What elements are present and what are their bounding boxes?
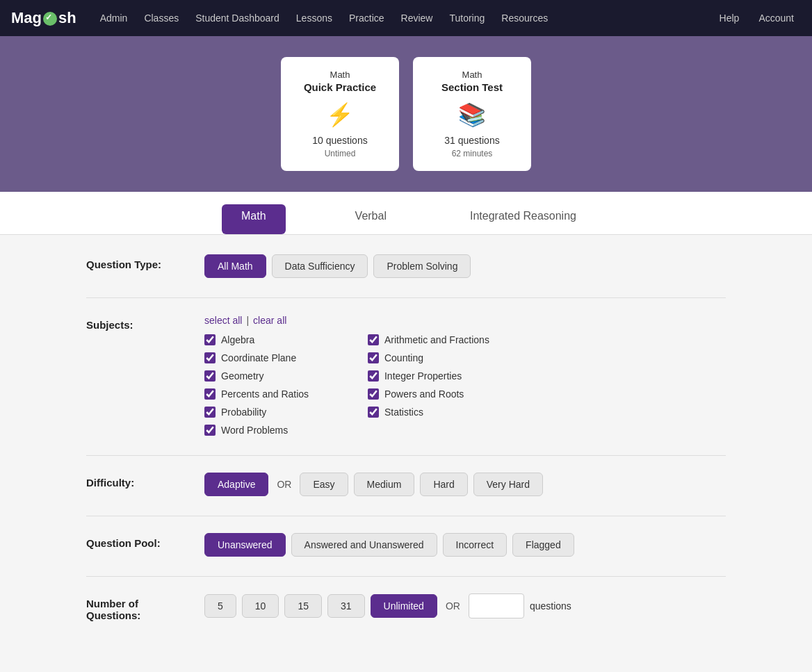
question-pool-controls: Unanswered Answered and Unanswered Incor… xyxy=(204,533,574,557)
label-geometry: Geometry xyxy=(221,370,263,382)
btn-answered-unanswered[interactable]: Answered and Unanswered xyxy=(291,533,437,557)
quick-practice-card[interactable]: Math Quick Practice ⚡ 10 questions Untim… xyxy=(281,57,399,171)
subject-statistics: Statistics xyxy=(368,407,489,418)
btn-unlimited[interactable]: Unlimited xyxy=(371,594,437,618)
nav-account[interactable]: Account xyxy=(752,8,801,28)
nav-review[interactable]: Review xyxy=(394,8,440,28)
subject-powers-roots: Powers and Roots xyxy=(368,388,489,400)
btn-problem-solving[interactable]: Problem Solving xyxy=(373,254,471,278)
nav-admin[interactable]: Admin xyxy=(93,8,135,28)
divider-4 xyxy=(86,576,726,577)
num-questions-row: Number of Questions: 5 10 15 31 Unlimite… xyxy=(86,593,726,621)
nav-student-dashboard[interactable]: Student Dashboard xyxy=(188,8,286,28)
tab-verbal[interactable]: Verbal xyxy=(341,204,400,234)
nav-resources[interactable]: Resources xyxy=(494,8,555,28)
checkbox-percents-ratios[interactable] xyxy=(204,388,216,400)
btn-all-math[interactable]: All Math xyxy=(204,254,266,278)
subjects-links: select all | clear all xyxy=(204,315,489,326)
btn-very-hard[interactable]: Very Hard xyxy=(473,473,543,496)
checkbox-coordinate-plane[interactable] xyxy=(204,352,216,363)
subject-word-problems: Word Problems xyxy=(204,425,326,436)
difficulty-row: Difficulty: Adaptive OR Easy Medium Hard… xyxy=(86,473,726,496)
brand-check-icon xyxy=(43,12,57,26)
tab-integrated-reasoning[interactable]: Integrated Reasoning xyxy=(456,204,590,234)
label-powers-roots: Powers and Roots xyxy=(384,388,464,400)
nav-lessons[interactable]: Lessons xyxy=(289,8,339,28)
label-algebra: Algebra xyxy=(221,334,254,345)
btn-adaptive[interactable]: Adaptive xyxy=(204,473,268,496)
divider-1 xyxy=(86,297,726,298)
subject-geometry: Geometry xyxy=(204,370,326,382)
label-integer-properties: Integer Properties xyxy=(384,370,462,382)
section-test-card[interactable]: Math Section Test 📚 31 questions 62 minu… xyxy=(413,57,531,171)
checkbox-probability[interactable] xyxy=(204,407,216,418)
brand-logo[interactable]: Magsh xyxy=(11,9,76,27)
nav-right: Help Account xyxy=(713,8,801,28)
label-counting: Counting xyxy=(384,352,423,363)
btn-easy[interactable]: Easy xyxy=(300,473,348,496)
section-test-questions: 31 questions xyxy=(424,135,520,146)
label-probability: Probability xyxy=(221,407,266,418)
btn-10[interactable]: 10 xyxy=(242,594,279,618)
btn-15[interactable]: 15 xyxy=(284,594,322,618)
btn-flagged[interactable]: Flagged xyxy=(512,533,574,557)
navbar: Magsh Admin Classes Student Dashboard Le… xyxy=(0,0,812,36)
quick-practice-questions: 10 questions xyxy=(292,135,388,146)
question-pool-row: Question Pool: Unanswered Answered and U… xyxy=(86,533,726,557)
subjects-separator: | xyxy=(246,315,249,326)
quick-practice-subtitle: Math xyxy=(292,69,388,80)
nav-practice[interactable]: Practice xyxy=(342,8,391,28)
quick-practice-icon: ⚡ xyxy=(292,101,388,128)
nav-classes[interactable]: Classes xyxy=(137,8,186,28)
select-all-link[interactable]: select all xyxy=(204,315,242,326)
tab-math[interactable]: Math xyxy=(222,204,286,234)
quick-practice-title: Quick Practice xyxy=(292,81,388,93)
question-pool-label: Question Pool: xyxy=(86,533,190,549)
subject-algebra: Algebra xyxy=(204,334,326,345)
btn-incorrect[interactable]: Incorrect xyxy=(443,533,507,557)
subjects-row: Subjects: select all | clear all Algebra… xyxy=(86,315,726,436)
subjects-grid: Algebra Arithmetic and Fractions Coordin… xyxy=(204,334,489,436)
btn-31[interactable]: 31 xyxy=(327,594,365,618)
divider-3 xyxy=(86,516,726,516)
num-questions-controls: 5 10 15 31 Unlimited OR questions xyxy=(204,593,571,618)
label-coordinate-plane: Coordinate Plane xyxy=(221,352,296,363)
label-statistics: Statistics xyxy=(384,407,423,418)
nav-links: Admin Classes Student Dashboard Lessons … xyxy=(93,8,713,28)
checkbox-algebra[interactable] xyxy=(204,334,216,345)
nav-tutoring[interactable]: Tutoring xyxy=(442,8,492,28)
question-type-controls: All Math Data Sufficiency Problem Solvin… xyxy=(204,254,471,278)
btn-data-sufficiency[interactable]: Data Sufficiency xyxy=(272,254,368,278)
subjects-section: select all | clear all Algebra Arithmeti… xyxy=(204,315,489,436)
subject-arithmetic-fractions: Arithmetic and Fractions xyxy=(368,334,489,345)
hero-section: Math Quick Practice ⚡ 10 questions Untim… xyxy=(0,36,812,192)
subject-integer-properties: Integer Properties xyxy=(368,370,489,382)
question-type-label: Question Type: xyxy=(86,254,190,270)
btn-medium[interactable]: Medium xyxy=(354,473,415,496)
checkbox-word-problems[interactable] xyxy=(204,425,216,436)
subject-probability: Probability xyxy=(204,407,326,418)
difficulty-or: OR xyxy=(274,479,294,490)
checkbox-arithmetic-fractions[interactable] xyxy=(368,334,379,345)
checkbox-counting[interactable] xyxy=(368,352,379,363)
section-test-subtitle: Math xyxy=(424,69,520,80)
difficulty-controls: Adaptive OR Easy Medium Hard Very Hard xyxy=(204,473,543,496)
btn-hard[interactable]: Hard xyxy=(420,473,467,496)
checkbox-integer-properties[interactable] xyxy=(368,370,379,382)
custom-questions-input[interactable] xyxy=(469,593,524,618)
subject-coordinate-plane: Coordinate Plane xyxy=(204,352,326,363)
quick-practice-time: Untimed xyxy=(292,149,388,158)
nav-help[interactable]: Help xyxy=(713,8,747,28)
num-questions-label: Number of Questions: xyxy=(86,593,190,621)
checkbox-powers-roots[interactable] xyxy=(368,388,379,400)
checkbox-geometry[interactable] xyxy=(204,370,216,382)
subject-counting: Counting xyxy=(368,352,489,363)
subjects-label: Subjects: xyxy=(86,315,190,331)
btn-5[interactable]: 5 xyxy=(204,594,236,618)
clear-all-link[interactable]: clear all xyxy=(253,315,286,326)
question-type-row: Question Type: All Math Data Sufficiency… xyxy=(86,254,726,278)
section-test-icon: 📚 xyxy=(424,101,520,128)
label-word-problems: Word Problems xyxy=(221,425,288,436)
checkbox-statistics[interactable] xyxy=(368,407,379,418)
btn-unanswered[interactable]: Unanswered xyxy=(204,533,286,557)
